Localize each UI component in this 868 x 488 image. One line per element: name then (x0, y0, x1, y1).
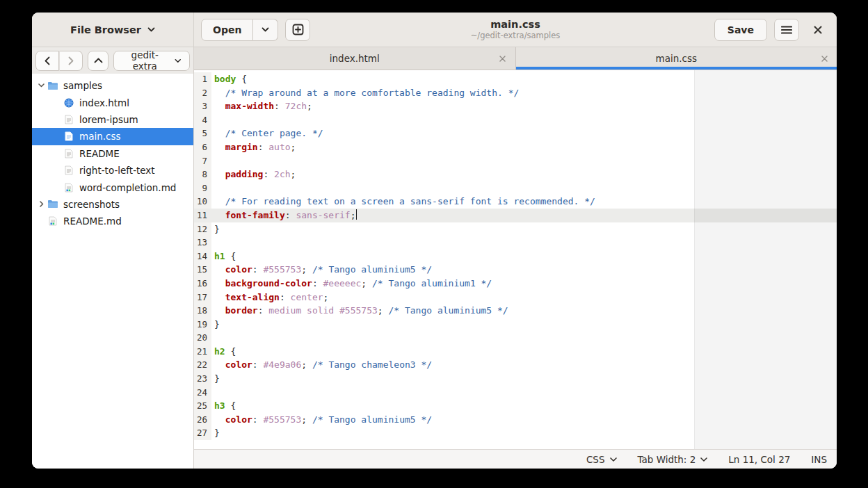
sidebar-title: File Browser (70, 24, 141, 35)
code-line-17: 17 text-align: center; (194, 291, 837, 304)
line-text: color: #555753; /* Tango aluminium5 */ (211, 263, 432, 277)
line-number: 18 (194, 304, 211, 318)
sidebar-header: File Browser (32, 13, 194, 47)
text-file-icon (65, 131, 73, 141)
line-number: 1 (194, 72, 211, 86)
tab-index-html[interactable]: index.html (194, 47, 516, 70)
line-text (211, 386, 214, 400)
code-line-18: 18 border: medium solid #555753; /* Tang… (194, 304, 837, 318)
file-label: README.md (63, 215, 122, 227)
tab-width-selector[interactable]: Tab Width: 2 (638, 454, 708, 465)
line-number: 16 (194, 277, 211, 291)
code-line-9: 9 (194, 181, 837, 195)
tab-close-button[interactable] (818, 52, 830, 65)
code-line-23: 23} (194, 372, 837, 386)
tab-close-button[interactable] (497, 52, 509, 65)
expander-right-icon (40, 201, 44, 207)
code-line-5: 5 /* Center page. */ (194, 127, 837, 140)
forward-button[interactable] (59, 51, 83, 71)
code-line-25: 25h3 { (194, 399, 837, 413)
text-file-icon (65, 149, 73, 158)
markdown-file-icon (49, 216, 57, 226)
tree-item-samples[interactable]: samples (32, 77, 193, 94)
line-number: 23 (194, 372, 211, 386)
line-text (211, 236, 214, 250)
history-buttons (35, 51, 83, 71)
tree-item-lorem-ipsum[interactable]: lorem-ipsum (32, 111, 193, 128)
code-line-2: 2 /* Wrap around at a more comfortable r… (194, 86, 837, 100)
save-button[interactable]: Save (714, 19, 767, 41)
file-label: lorem-ipsum (79, 114, 138, 125)
tree-item-main-css[interactable]: main.css (32, 128, 193, 145)
tree-item-index-html[interactable]: index.html (32, 94, 193, 111)
tree-item-screenshots[interactable]: screenshots (32, 196, 193, 213)
line-text: /* Wrap around at a more comfortable rea… (211, 86, 519, 100)
line-text: margin: auto; (211, 140, 296, 154)
language-selector[interactable]: CSS (586, 454, 617, 465)
line-number: 24 (194, 386, 211, 400)
tab-bar: index.htmlmain.css (194, 47, 837, 70)
open-button[interactable]: Open (201, 19, 253, 41)
window-body: gedit-extra samplesindex.htmllorem-ipsum… (32, 47, 837, 469)
tab-main-css[interactable]: main.css (516, 47, 837, 70)
expander[interactable] (36, 83, 47, 88)
code-line-4: 4 (194, 113, 837, 127)
chevron-down-icon (700, 457, 707, 462)
expander[interactable] (36, 201, 47, 207)
line-text (211, 113, 214, 127)
editor[interactable]: 1body {2 /* Wrap around at a more comfor… (194, 70, 837, 449)
file-label: word-completion.md (79, 182, 176, 193)
line-number: 20 (194, 331, 211, 345)
file-label: screenshots (63, 199, 120, 210)
code-line-24: 24 (194, 386, 837, 400)
line-text (211, 181, 214, 195)
line-number: 3 (194, 99, 211, 113)
status-bar: CSS Tab Width: 2 Ln 11, Col 27 INS (194, 449, 837, 469)
menu-button[interactable] (774, 19, 799, 41)
open-dropdown-button[interactable] (253, 19, 278, 41)
line-text: /* Center page. */ (211, 127, 323, 140)
new-tab-button[interactable] (285, 19, 310, 41)
window-subtitle: ~/gedit-extra/samples (471, 31, 561, 40)
tree-item-readme-md[interactable]: README.md (32, 213, 193, 229)
chevron-down-icon (610, 457, 617, 462)
line-number: 19 (194, 318, 211, 332)
file-icon (63, 183, 74, 193)
chevron-up-icon (94, 58, 103, 63)
code-line-6: 6 margin: auto; (194, 140, 837, 154)
line-text (211, 154, 214, 168)
code-line-19: 19} (194, 318, 837, 332)
file-browser-switcher[interactable]: File Browser (63, 20, 162, 40)
code-line-1: 1body { (194, 72, 837, 86)
file-label: right-to-left-text (79, 165, 155, 176)
line-text: /* For reading text on a screen a sans-s… (211, 195, 595, 209)
back-button[interactable] (35, 51, 59, 71)
code-line-27: 27} (194, 426, 837, 440)
close-icon (814, 26, 822, 34)
editor-column: index.htmlmain.css 1body {2 /* Wrap arou… (194, 47, 837, 469)
line-number: 12 (194, 222, 211, 236)
line-number: 17 (194, 291, 211, 304)
line-number: 8 (194, 168, 211, 181)
tree-item-readme[interactable]: README (32, 145, 193, 162)
line-text: h1 { (211, 250, 236, 263)
line-text: } (211, 426, 220, 440)
close-button[interactable] (806, 19, 830, 41)
code-line-10: 10 /* For reading text on a screen a san… (194, 195, 837, 209)
up-directory-button[interactable] (88, 51, 108, 71)
line-number: 2 (194, 86, 211, 100)
tree-item-right-to-left-text[interactable]: right-to-left-text (32, 162, 193, 179)
file-tree: samplesindex.htmllorem-ipsummain.cssREAD… (32, 74, 193, 469)
gedit-window: File Browser Open main.css ~/gedit-extra… (32, 13, 837, 469)
expander-down-icon (38, 83, 45, 88)
line-number: 13 (194, 236, 211, 250)
code-line-7: 7 (194, 154, 837, 168)
location-label: gedit-extra (122, 49, 167, 72)
line-number: 26 (194, 413, 211, 427)
text-file-icon (65, 115, 73, 124)
chevron-down-icon (262, 27, 269, 32)
tree-item-word-completion-md[interactable]: word-completion.md (32, 179, 193, 195)
line-text (211, 331, 214, 345)
location-dropdown[interactable]: gedit-extra (113, 51, 190, 71)
file-icon (63, 115, 74, 124)
